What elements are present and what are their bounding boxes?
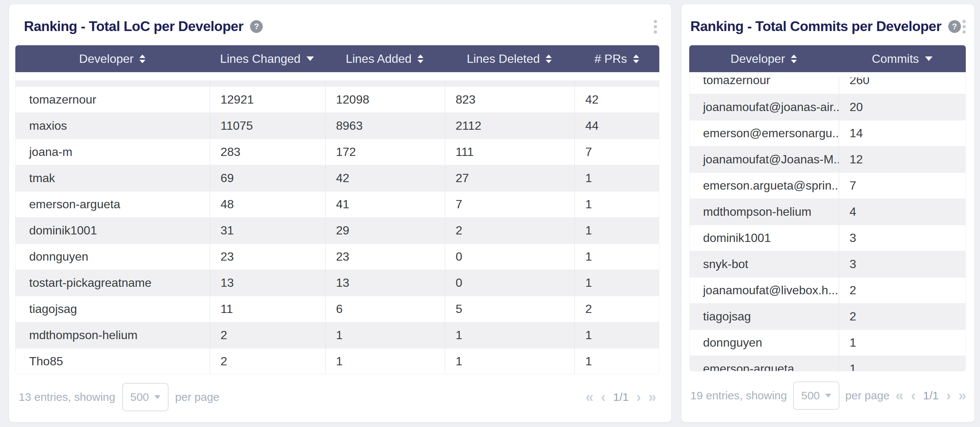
value-cell: 1 (839, 356, 966, 371)
next-page-button[interactable]: › (947, 389, 951, 403)
value-cell: 44 (574, 113, 659, 139)
table-row: emerson-argueta1 (690, 355, 966, 371)
table-row: tomazernour260 (690, 77, 966, 94)
first-page-button[interactable]: « (896, 389, 904, 403)
page-size-select[interactable]: 500 (122, 383, 169, 411)
table-row: dominik1001312921 (16, 217, 659, 244)
sort-both-icon (139, 54, 145, 63)
kebab-menu-icon[interactable] (652, 18, 659, 35)
developer-cell: Tho85 (16, 349, 210, 374)
value-cell: 823 (445, 87, 574, 113)
table-row: mdthompson-helium2111 (16, 322, 659, 348)
value-cell: 23 (325, 244, 445, 269)
value-cell: 0 (445, 270, 574, 296)
developer-cell: emerson@emersonargu... (690, 120, 839, 146)
value-cell: 42 (325, 165, 445, 191)
table-row: emerson.argueta@sprin...7 (690, 172, 966, 199)
value-cell: 27 (445, 165, 574, 191)
developer-cell: donnguyen (16, 244, 210, 269)
table-row: joanamoufat@livebox.h...2 (690, 277, 966, 303)
developer-cell: tiagojsag (690, 304, 839, 330)
table-footer: 13 entries, showing 500 per page « ‹ 1/1… (9, 374, 671, 422)
value-cell: 29 (325, 218, 445, 244)
developer-cell: tmak (16, 165, 210, 191)
value-cell: 7 (445, 191, 574, 217)
column-label: Commits (872, 52, 919, 66)
table-row: emerson@emersonargu...14 (690, 120, 966, 146)
developer-cell: tomazernour (690, 77, 839, 94)
table-row: donnguyen1 (690, 330, 966, 355)
table-footer: 19 entries, showing 500 per page « ‹ 1/1… (681, 371, 974, 422)
commits-ranking-card: Ranking - Total Commits per Developer ? … (681, 4, 975, 422)
entries-count-label: 19 entries, showing (690, 389, 787, 402)
per-page-label: per page (845, 389, 889, 402)
value-cell: 1 (574, 322, 659, 348)
chevron-down-icon (154, 395, 160, 399)
loc-ranking-card: Ranking - Total LoC per Developer ? Deve… (9, 4, 671, 422)
value-cell: 3 (839, 225, 966, 251)
column-header-prs[interactable]: # PRs (574, 45, 659, 72)
column-label: Lines Added (346, 52, 412, 66)
loc-table: DeveloperLines ChangedLines AddedLines D… (15, 45, 659, 374)
developer-cell: maxios (16, 113, 210, 139)
table-row: snyk-bot3 (690, 251, 966, 277)
value-cell: 31 (210, 218, 325, 244)
column-header-developer[interactable]: Developer (689, 45, 838, 72)
table-row: tmak6942271 (16, 165, 659, 191)
value-cell: 1 (839, 330, 966, 355)
page-indicator: 1/1 (923, 389, 939, 402)
last-page-button[interactable]: » (958, 389, 966, 403)
sort-both-icon (546, 54, 552, 63)
value-cell: 1 (574, 165, 659, 191)
table-row: joanamoufat@Joanas-M...12 (690, 146, 966, 172)
value-cell: 6 (325, 296, 445, 322)
value-cell: 1 (574, 349, 659, 374)
entries-count-label: 13 entries, showing (19, 391, 116, 403)
column-header-lines-changed[interactable]: Lines Changed (209, 45, 325, 72)
column-header-developer[interactable]: Developer (15, 45, 209, 72)
sort-desc-icon (307, 56, 314, 61)
value-cell: 11075 (210, 113, 325, 139)
pagination: « ‹ 1/1 › » (586, 390, 656, 404)
last-page-button[interactable]: » (649, 390, 656, 404)
value-cell: 69 (210, 165, 325, 191)
prev-page-button[interactable]: ‹ (601, 390, 606, 404)
column-header-commits[interactable]: Commits (838, 45, 966, 72)
column-header-lines-deleted[interactable]: Lines Deleted (444, 45, 574, 72)
kebab-menu-icon[interactable] (961, 18, 967, 35)
table-rows: tomazernour260joanamoufat@joanas-air...2… (690, 77, 966, 371)
value-cell: 7 (839, 173, 966, 199)
table-row: tomazernour129211209882342 (16, 86, 659, 113)
value-cell: 42 (574, 87, 659, 113)
value-cell: 5 (445, 296, 574, 322)
chevron-down-icon (825, 394, 831, 397)
developer-cell: joana-m (16, 139, 210, 165)
developer-cell: mdthompson-helium (16, 322, 210, 348)
column-header-lines-added[interactable]: Lines Added (325, 45, 444, 72)
value-cell: 2112 (445, 113, 574, 139)
developer-cell: joanamoufat@joanas-air... (690, 94, 839, 120)
commits-table: DeveloperCommits tomazernour260joanamouf… (689, 45, 966, 371)
value-cell: 11 (210, 296, 325, 322)
table-row: maxios110758963211244 (16, 113, 659, 139)
sort-desc-icon (925, 56, 932, 61)
prev-page-button[interactable]: ‹ (911, 389, 916, 403)
table-body: tomazernour260joanamoufat@joanas-air...2… (689, 72, 966, 371)
column-label: Lines Deleted (467, 52, 540, 66)
column-label: Lines Changed (220, 52, 301, 66)
page-indicator: 1/1 (613, 391, 628, 403)
value-cell: 4 (839, 199, 966, 225)
next-page-button[interactable]: › (636, 390, 641, 404)
table-row: joanamoufat@joanas-air...20 (690, 94, 966, 120)
page-size-select[interactable]: 500 (793, 381, 840, 410)
help-icon[interactable]: ? (250, 20, 263, 33)
column-label: # PRs (594, 52, 627, 66)
clipped-row-sliver (16, 80, 659, 86)
value-cell: 2 (445, 218, 574, 244)
first-page-button[interactable]: « (586, 390, 593, 404)
value-cell: 2 (839, 277, 966, 303)
value-cell: 2 (574, 296, 659, 322)
scroll-gap (690, 72, 966, 77)
help-icon[interactable]: ? (948, 20, 961, 33)
value-cell: 23 (210, 244, 325, 269)
